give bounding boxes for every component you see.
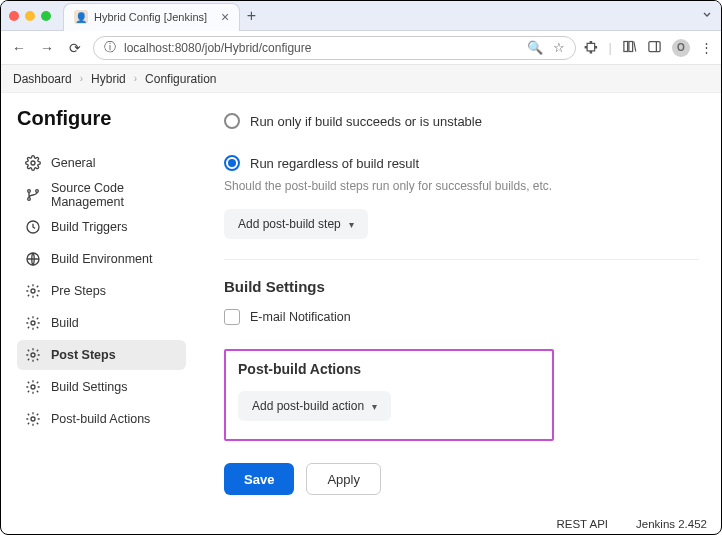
- breadcrumb: Dashboard › Hybrid › Configuration: [1, 65, 721, 93]
- sidebar-item-label: Pre Steps: [51, 284, 106, 298]
- sidebar-item-label: Build Environment: [51, 252, 152, 266]
- reading-list-icon[interactable]: [622, 39, 637, 57]
- browser-tab[interactable]: 👤 Hybrid Config [Jenkins] ×: [63, 3, 240, 31]
- extensions-icon[interactable]: [584, 39, 599, 57]
- add-post-build-action-dropdown[interactable]: Add post-build action ▾: [238, 391, 391, 421]
- radio-option-succeeds-unstable[interactable]: Run only if build succeeds or is unstabl…: [224, 113, 699, 129]
- clock-icon: [25, 219, 41, 235]
- sidebar-item-label: Source Code Management: [51, 181, 178, 209]
- breadcrumb-item[interactable]: Configuration: [145, 72, 216, 86]
- site-info-icon[interactable]: ⓘ: [104, 39, 116, 56]
- main-content: Configure General Source Code Management…: [1, 93, 721, 512]
- sidebar-item-general[interactable]: General: [17, 148, 186, 178]
- svg-rect-3: [649, 41, 660, 51]
- radio-icon: [224, 155, 240, 171]
- form-buttons: Save Apply: [224, 463, 699, 495]
- close-window-icon[interactable]: [9, 11, 19, 21]
- sidebar-item-pre-steps[interactable]: Pre Steps: [17, 276, 186, 306]
- sidebar-item-build-env[interactable]: Build Environment: [17, 244, 186, 274]
- apply-button[interactable]: Apply: [306, 463, 381, 495]
- side-panel-icon[interactable]: [647, 39, 662, 57]
- sidebar: Configure General Source Code Management…: [1, 93, 196, 512]
- sidebar-item-label: Post Steps: [51, 348, 116, 362]
- sidebar-item-build-settings[interactable]: Build Settings: [17, 372, 186, 402]
- sidebar-item-label: Build Triggers: [51, 220, 127, 234]
- save-button[interactable]: Save: [224, 463, 294, 495]
- reload-button[interactable]: ⟳: [65, 40, 85, 56]
- chevron-right-icon: ›: [80, 73, 83, 84]
- svg-point-14: [31, 385, 35, 389]
- gear-icon: [25, 155, 41, 171]
- radio-option-regardless[interactable]: Run regardless of build result: [224, 155, 699, 171]
- dropdown-label: Add post-build step: [238, 217, 341, 231]
- post-build-actions-section: Post-build Actions Add post-build action…: [224, 349, 554, 441]
- sidebar-item-triggers[interactable]: Build Triggers: [17, 212, 186, 242]
- zoom-icon[interactable]: 🔍: [527, 40, 543, 55]
- kebab-menu-icon[interactable]: ⋮: [700, 40, 713, 55]
- svg-rect-0: [624, 41, 628, 51]
- gear-icon: [25, 283, 41, 299]
- svg-point-15: [31, 417, 35, 421]
- chevron-right-icon: ›: [134, 73, 137, 84]
- help-text: Should the post-build steps run only for…: [224, 179, 699, 193]
- separator-icon: |: [609, 40, 612, 55]
- sidebar-item-label: Build Settings: [51, 380, 127, 394]
- svg-rect-1: [629, 41, 633, 51]
- page-footer: REST API Jenkins 2.452: [1, 512, 721, 535]
- url-text: localhost:8080/job/Hybrid/configure: [124, 41, 311, 55]
- close-tab-icon[interactable]: ×: [221, 10, 229, 24]
- svg-point-13: [31, 353, 35, 357]
- post-build-actions-heading: Post-build Actions: [238, 361, 540, 377]
- forward-button[interactable]: →: [37, 40, 57, 56]
- sidebar-item-post-steps[interactable]: Post Steps: [17, 340, 186, 370]
- dropdown-label: Add post-build action: [252, 399, 364, 413]
- globe-icon: [25, 251, 41, 267]
- tab-title: Hybrid Config [Jenkins]: [94, 11, 207, 23]
- svg-point-5: [31, 161, 35, 165]
- browser-tab-strip: 👤 Hybrid Config [Jenkins] × +: [1, 1, 721, 31]
- breadcrumb-item[interactable]: Hybrid: [91, 72, 126, 86]
- svg-line-2: [634, 41, 636, 51]
- bookmark-icon[interactable]: ☆: [553, 40, 565, 55]
- page-title: Configure: [17, 107, 186, 130]
- sidebar-item-build[interactable]: Build: [17, 308, 186, 338]
- divider: [224, 259, 699, 260]
- radio-label: Run regardless of build result: [250, 156, 419, 171]
- build-settings-heading: Build Settings: [224, 278, 699, 295]
- jenkins-version-label: Jenkins 2.452: [636, 518, 707, 530]
- sidebar-item-label: Build: [51, 316, 79, 330]
- new-tab-button[interactable]: +: [240, 7, 262, 25]
- chevron-down-icon: ▾: [349, 219, 354, 230]
- branch-icon: [25, 187, 41, 203]
- gear-icon: [25, 347, 41, 363]
- svg-point-6: [28, 190, 31, 193]
- checkbox-icon[interactable]: [224, 309, 240, 325]
- favicon-icon: 👤: [74, 10, 88, 24]
- sidebar-item-post-build-actions[interactable]: Post-build Actions: [17, 404, 186, 434]
- gear-icon: [25, 379, 41, 395]
- browser-toolbar: ← → ⟳ ⓘ localhost:8080/job/Hybrid/config…: [1, 31, 721, 65]
- radio-icon: [224, 113, 240, 129]
- form-panel: Run only if build succeeds or is unstabl…: [196, 93, 721, 512]
- checkbox-label: E-mail Notification: [250, 310, 351, 324]
- email-notification-checkbox-row[interactable]: E-mail Notification: [224, 309, 699, 325]
- gear-icon: [25, 315, 41, 331]
- radio-label: Run only if build succeeds or is unstabl…: [250, 114, 482, 129]
- tab-overflow-icon[interactable]: [701, 8, 713, 23]
- maximize-window-icon[interactable]: [41, 11, 51, 21]
- breadcrumb-item[interactable]: Dashboard: [13, 72, 72, 86]
- sidebar-item-scm[interactable]: Source Code Management: [17, 180, 186, 210]
- add-post-build-step-dropdown[interactable]: Add post-build step ▾: [224, 209, 368, 239]
- svg-point-12: [31, 321, 35, 325]
- svg-point-8: [36, 190, 39, 193]
- address-bar[interactable]: ⓘ localhost:8080/job/Hybrid/configure 🔍 …: [93, 36, 576, 60]
- back-button[interactable]: ←: [9, 40, 29, 56]
- minimize-window-icon[interactable]: [25, 11, 35, 21]
- svg-point-7: [28, 198, 31, 201]
- gear-icon: [25, 411, 41, 427]
- profile-avatar[interactable]: O: [672, 39, 690, 57]
- svg-point-11: [31, 289, 35, 293]
- window-controls[interactable]: [9, 11, 51, 21]
- sidebar-item-label: Post-build Actions: [51, 412, 150, 426]
- rest-api-link[interactable]: REST API: [556, 518, 608, 530]
